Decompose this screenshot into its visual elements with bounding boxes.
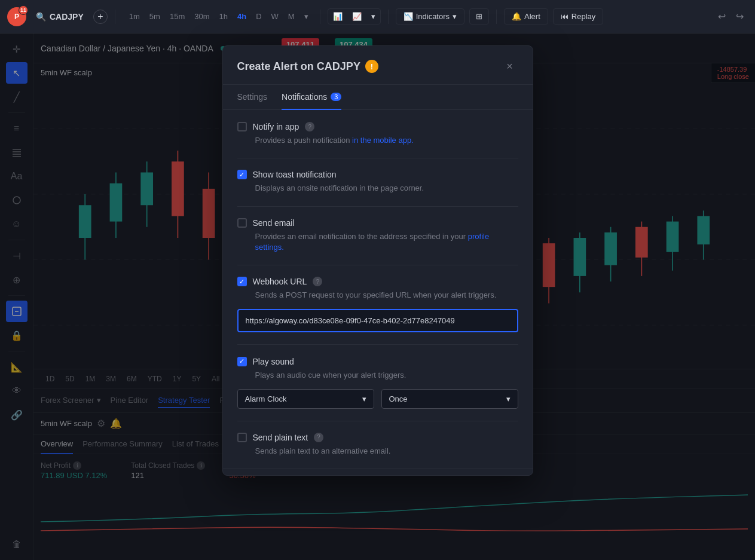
search-icon: 🔍: [36, 12, 46, 22]
close-modal-button[interactable]: ×: [502, 58, 518, 75]
chart-type-dropdown[interactable]: ▾: [366, 9, 380, 24]
modal-tab-settings[interactable]: Settings: [237, 85, 268, 110]
send-email-desc: Provides an email notification to the ad…: [237, 231, 518, 253]
timeframe-buttons: 1m 5m 15m 30m 1h 4h D W M ▾: [125, 10, 313, 23]
send-email-row: Send email Provides an email notificatio…: [237, 218, 518, 253]
webhook-url-input[interactable]: [237, 309, 518, 332]
modal-overlay: Create Alert on CADJPY ! × Settings Noti…: [0, 33, 755, 560]
undo-redo-group: ↩ ↪: [713, 8, 748, 25]
chart-type-bar[interactable]: 📈: [347, 9, 366, 24]
play-sound-row: Play sound Plays an audio cue when your …: [237, 357, 518, 409]
add-symbol-button[interactable]: +: [93, 10, 108, 24]
tf-1m[interactable]: 1m: [125, 10, 144, 23]
modal-tab-settings-label: Settings: [237, 92, 268, 102]
notify-in-app-label: Notify in app: [253, 122, 299, 131]
separator: [115, 10, 115, 24]
webhook-url-header: Webhook URL ?: [237, 277, 518, 286]
redo-button[interactable]: ↪: [731, 8, 748, 25]
tf-15m[interactable]: 15m: [166, 10, 189, 23]
modal-tab-notifications-label: Notifications: [282, 92, 327, 102]
alert-button[interactable]: 🔔 Alert: [504, 8, 548, 25]
indicators-chevron: ▾: [453, 12, 457, 21]
indicators-label: Indicators: [416, 12, 450, 21]
indicators-button[interactable]: 📉 Indicators ▾: [396, 8, 464, 25]
send-plain-text-header: Send plain text ?: [237, 433, 518, 442]
indicators-icon: 📉: [404, 12, 413, 21]
show-toast-desc: Displays an onsite notification in the p…: [237, 183, 518, 194]
chart-type-group: 📊 📈 ▾: [328, 8, 381, 25]
mobile-app-link[interactable]: in the mobile app.: [352, 136, 414, 145]
show-toast-header: Show toast notification: [237, 170, 518, 179]
webhook-url-row: Webhook URL ? Sends a POST request to yo…: [237, 277, 518, 332]
sound-freq-chevron: ▾: [506, 394, 511, 403]
notifications-badge: 3: [331, 93, 341, 101]
webhook-url-label: Webhook URL: [253, 277, 307, 286]
sound-type-dropdown[interactable]: Alarm Clock ▾: [237, 389, 374, 409]
sound-freq-value: Once: [389, 394, 408, 403]
send-plain-text-label: Send plain text: [253, 433, 308, 442]
alert-modal: Create Alert on CADJPY ! × Settings Noti…: [222, 45, 533, 476]
replay-button[interactable]: ⏮ Replay: [553, 8, 603, 25]
sound-type-value: Alarm Clock: [245, 394, 287, 403]
modal-header: Create Alert on CADJPY ! ×: [223, 46, 533, 85]
play-sound-label: Play sound: [253, 357, 294, 366]
send-email-checkbox[interactable]: [237, 218, 247, 228]
tf-d[interactable]: D: [252, 10, 265, 23]
sound-freq-dropdown[interactable]: Once ▾: [381, 389, 518, 409]
notify-in-app-help[interactable]: ?: [305, 122, 314, 131]
webhook-url-checkbox[interactable]: [237, 277, 247, 286]
notify-in-app-header: Notify in app ?: [237, 122, 518, 131]
separator3: [388, 10, 389, 24]
show-toast-label: Show toast notification: [253, 170, 337, 179]
replay-label: Replay: [571, 12, 595, 21]
sound-type-chevron: ▾: [362, 394, 366, 403]
play-sound-checkbox[interactable]: [237, 357, 247, 366]
webhook-url-desc: Sends a POST request to your specified U…: [237, 290, 518, 301]
modal-tabs: Settings Notifications 3: [223, 85, 533, 110]
symbol-search[interactable]: 🔍 CADJPY: [31, 10, 88, 24]
undo-button[interactable]: ↩: [713, 8, 730, 25]
chart-type-candle[interactable]: 📊: [328, 9, 347, 24]
play-sound-header: Play sound: [237, 357, 518, 366]
separator4: [496, 10, 497, 24]
play-sound-desc: Plays an audio cue when your alert trigg…: [237, 370, 518, 381]
notify-in-app-desc: Provides a push notification in the mobi…: [237, 135, 518, 146]
tf-4h[interactable]: 4h: [233, 10, 250, 23]
send-plain-text-checkbox[interactable]: [237, 433, 247, 442]
warning-icon: !: [365, 60, 378, 73]
modal-title-text: Create Alert on CADJPY: [237, 60, 360, 73]
top-bar: P 11 🔍 CADJPY + 1m 5m 15m 30m 1h 4h D W …: [0, 0, 755, 33]
send-plain-text-desc: Sends plain text to an alternative email…: [237, 446, 518, 457]
tf-5m[interactable]: 5m: [145, 10, 164, 23]
notify-in-app-checkbox[interactable]: [237, 122, 247, 131]
templates-icon: ⊞: [476, 12, 482, 21]
tf-w[interactable]: W: [267, 10, 283, 23]
alert-icon: 🔔: [512, 12, 521, 21]
notify-in-app-row: Notify in app ? Provides a push notifica…: [237, 122, 518, 146]
webhook-url-help[interactable]: ?: [313, 277, 322, 286]
modal-content: Notify in app ? Provides a push notifica…: [223, 110, 533, 469]
tf-1h[interactable]: 1h: [215, 10, 232, 23]
tf-dropdown[interactable]: ▾: [300, 10, 313, 23]
send-email-label: Send email: [253, 218, 295, 228]
tf-m[interactable]: M: [284, 10, 299, 23]
send-plain-text-help[interactable]: ?: [314, 433, 323, 442]
show-toast-checkbox[interactable]: [237, 170, 247, 179]
separator2: [320, 10, 320, 24]
notification-badge: 11: [19, 5, 28, 15]
modal-footer: Cancel Create: [223, 469, 533, 476]
avatar[interactable]: P 11: [7, 7, 26, 26]
tf-30m[interactable]: 30m: [190, 10, 213, 23]
send-plain-text-row: Send plain text ? Sends plain text to an…: [237, 433, 518, 457]
send-email-header: Send email: [237, 218, 518, 228]
profile-settings-link[interactable]: profile settings.: [255, 232, 490, 252]
alert-label: Alert: [524, 12, 540, 21]
show-toast-row: Show toast notification Displays an onsi…: [237, 170, 518, 194]
sound-dropdowns: Alarm Clock ▾ Once ▾: [237, 389, 518, 409]
templates-button[interactable]: ⊞: [469, 8, 489, 25]
modal-tab-notifications[interactable]: Notifications 3: [282, 85, 341, 110]
symbol-label: CADJPY: [50, 12, 84, 22]
modal-title: Create Alert on CADJPY !: [237, 60, 378, 73]
replay-icon: ⏮: [561, 12, 568, 21]
